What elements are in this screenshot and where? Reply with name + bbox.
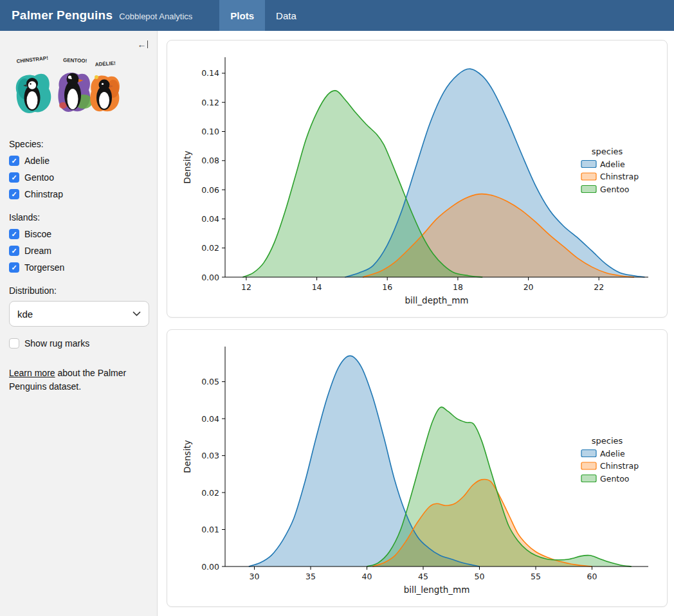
sidebar: ← (0, 31, 158, 616)
svg-text:bill_depth_mm: bill_depth_mm (405, 295, 469, 305)
penguins-illustration: CHINSTRAP! GENTOO! ADÉLIE! (9, 55, 123, 123)
islands-filter-group: Islands:✓Biscoe✓Dream✓Torgersen (9, 212, 148, 273)
species-label: Species: (9, 139, 148, 149)
gentoo-checkbox-label: Gentoo (24, 172, 54, 183)
svg-text:30: 30 (250, 572, 260, 581)
svg-text:Gentoo: Gentoo (600, 185, 630, 194)
svg-text:0.10: 0.10 (201, 127, 219, 136)
biscoe-checkbox-label: Biscoe (24, 229, 51, 239)
show-rug-marks-label: Show rug marks (24, 338, 89, 349)
distribution-group: Distribution: kde (9, 285, 148, 327)
bill-depth-card: 1214161820220.000.020.040.060.080.100.12… (167, 40, 668, 318)
distribution-label: Distribution: (9, 285, 148, 296)
svg-text:35: 35 (305, 572, 316, 581)
svg-text:Density: Density (182, 150, 192, 183)
show-rug-marks-checkbox[interactable] (9, 338, 19, 349)
svg-text:55: 55 (531, 572, 541, 581)
svg-text:bill_length_mm: bill_length_mm (404, 584, 470, 595)
svg-text:Adelie: Adelie (600, 159, 625, 169)
distribution-selected-value: kde (17, 309, 33, 320)
svg-text:0.02: 0.02 (201, 488, 219, 498)
svg-text:species: species (592, 436, 623, 446)
svg-text:Adelie: Adelie (600, 449, 625, 458)
svg-text:0.06: 0.06 (201, 185, 219, 195)
islands-option-torgersen: ✓Torgersen (9, 262, 148, 273)
tab-plots[interactable]: Plots (219, 0, 265, 31)
chinstrap-checkbox[interactable]: ✓ (9, 189, 19, 199)
learn-more-link[interactable]: Learn more (9, 368, 55, 378)
main-layout: ← (0, 31, 674, 616)
svg-text:0.12: 0.12 (201, 98, 219, 107)
svg-text:0.04: 0.04 (201, 214, 219, 224)
gentoo-checkbox[interactable]: ✓ (9, 172, 19, 183)
dream-checkbox-label: Dream (24, 246, 51, 256)
islands-option-dream: ✓Dream (9, 246, 148, 256)
svg-text:60: 60 (587, 572, 597, 581)
svg-text:18: 18 (453, 282, 463, 292)
species-option-chinstrap: ✓Chinstrap (9, 189, 148, 199)
main-content: 1214161820220.000.020.040.060.080.100.12… (158, 31, 674, 616)
dream-checkbox[interactable]: ✓ (9, 246, 19, 256)
svg-text:45: 45 (418, 572, 428, 581)
svg-text:0.01: 0.01 (201, 525, 219, 534)
biscoe-checkbox[interactable]: ✓ (9, 229, 19, 239)
penguins-artwork: CHINSTRAP! GENTOO! ADÉLIE! (9, 55, 148, 126)
chevron-down-icon (132, 311, 141, 317)
artwork-label-chinstrap: CHINSTRAP! (16, 55, 48, 64)
svg-text:0.08: 0.08 (201, 156, 219, 165)
svg-text:16: 16 (382, 282, 392, 292)
svg-text:40: 40 (362, 572, 372, 581)
collapse-left-icon: ← (138, 40, 147, 49)
svg-text:20: 20 (524, 282, 534, 292)
svg-text:0.04: 0.04 (201, 414, 219, 424)
distribution-select[interactable]: kde (9, 301, 149, 327)
svg-text:Gentoo: Gentoo (600, 474, 630, 484)
torgersen-checkbox-label: Torgersen (24, 262, 64, 273)
species-option-adelie: ✓Adelie (9, 156, 148, 166)
artwork-label-gentoo: GENTOO! (63, 57, 87, 64)
svg-text:12: 12 (241, 282, 251, 292)
svg-text:22: 22 (594, 282, 604, 292)
svg-text:0.00: 0.00 (201, 562, 219, 572)
show-rug-marks-row: Show rug marks (9, 338, 148, 349)
tab-data[interactable]: Data (265, 0, 307, 31)
svg-text:0.14: 0.14 (201, 68, 219, 78)
artwork-label-adelie: ADÉLIE! (95, 60, 116, 68)
svg-text:0.03: 0.03 (201, 451, 219, 460)
sidebar-collapse-button[interactable]: ← (136, 39, 150, 50)
bill-length-card: 303540455055600.000.010.020.030.040.05bi… (167, 329, 668, 607)
svg-text:Chinstrap: Chinstrap (600, 172, 639, 181)
svg-text:0.00: 0.00 (201, 273, 219, 282)
svg-text:0.05: 0.05 (201, 377, 219, 386)
svg-text:Density: Density (182, 440, 192, 473)
svg-text:14: 14 (312, 282, 322, 292)
adelie-checkbox-label: Adelie (24, 156, 50, 166)
app-window: Palmer Penguins Cobblepot Analytics Plot… (0, 0, 674, 616)
navbar: Palmer Penguins Cobblepot Analytics Plot… (0, 0, 674, 31)
adelie-checkbox[interactable]: ✓ (9, 156, 19, 166)
bill-length-density-plot: 303540455055600.000.010.020.030.040.05bi… (174, 336, 660, 600)
collapse-bar-icon (147, 41, 149, 48)
svg-text:species: species (592, 147, 623, 156)
islands-label: Islands: (9, 212, 148, 222)
bill-depth-density-plot: 1214161820220.000.020.040.060.080.100.12… (174, 47, 660, 311)
torgersen-checkbox[interactable]: ✓ (9, 262, 19, 273)
species-option-gentoo: ✓Gentoo (9, 172, 148, 183)
species-filter-group: Species:✓Adelie✓Gentoo✓Chinstrap (9, 139, 148, 199)
brand: Palmer Penguins Cobblepot Analytics (0, 0, 192, 31)
svg-text:0.02: 0.02 (201, 243, 219, 253)
app-title: Palmer Penguins (12, 8, 113, 23)
islands-option-biscoe: ✓Biscoe (9, 229, 148, 239)
app-subtitle: Cobblepot Analytics (119, 12, 192, 21)
nav-tabs: PlotsData (219, 0, 307, 31)
svg-text:Chinstrap: Chinstrap (600, 461, 639, 471)
dataset-note: Learn more about the Palmer Penguins dat… (9, 367, 141, 394)
chinstrap-checkbox-label: Chinstrap (24, 189, 63, 199)
svg-text:50: 50 (475, 572, 485, 581)
